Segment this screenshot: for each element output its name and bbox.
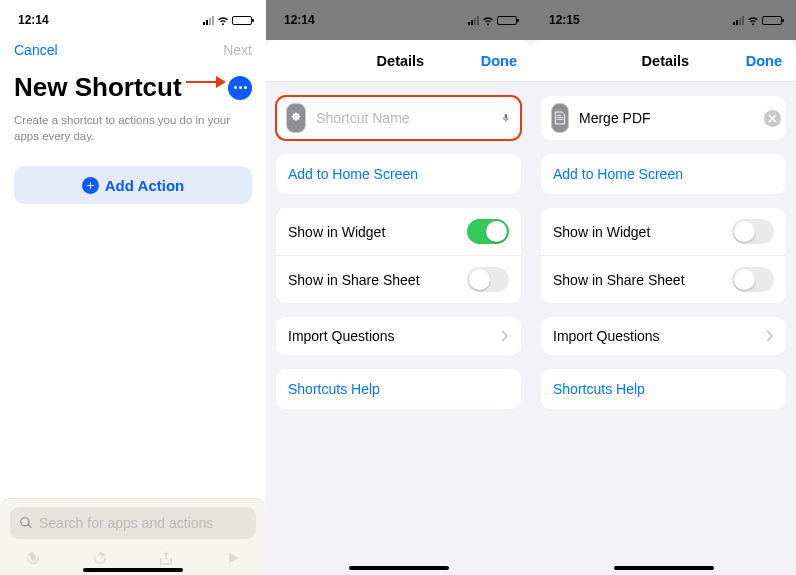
screen-new-shortcut: 12:14 Cancel Next New Shortcut Create a …	[0, 0, 266, 575]
shortcut-glyph-icon[interactable]	[286, 103, 306, 133]
bottom-sheet	[0, 498, 266, 575]
wifi-icon	[747, 14, 759, 26]
nav-bar: Cancel Next	[0, 32, 266, 62]
show-in-widget-row: Show in Widget	[276, 208, 521, 255]
more-button[interactable]	[228, 76, 252, 100]
shortcuts-help-button[interactable]: Shortcuts Help	[276, 369, 521, 409]
shortcut-name-card	[276, 96, 521, 140]
cancel-button[interactable]: Cancel	[14, 42, 58, 58]
search-icon	[19, 516, 33, 530]
search-field[interactable]	[39, 515, 247, 531]
sheet-nav: Details Done	[531, 40, 796, 82]
cellular-icon	[733, 16, 744, 25]
show-in-share-toggle[interactable]	[467, 267, 509, 292]
chevron-right-icon	[501, 330, 509, 342]
clear-name-button[interactable]	[764, 110, 781, 127]
sheet-nav: Details Done	[266, 40, 531, 82]
redo-icon[interactable]	[91, 549, 109, 567]
shortcut-name-input[interactable]	[579, 110, 754, 126]
shortcut-name-input[interactable]	[316, 110, 491, 126]
cellular-icon	[468, 16, 479, 25]
show-in-share-row: Show in Share Sheet	[541, 255, 786, 303]
import-questions-label: Import Questions	[553, 328, 660, 344]
status-bar: 12:15	[531, 0, 796, 32]
show-in-widget-toggle[interactable]	[467, 219, 509, 244]
status-bar: 12:14	[0, 0, 266, 32]
add-to-home-button[interactable]: Add to Home Screen	[276, 154, 521, 194]
sheet-title: Details	[377, 53, 425, 69]
share-icon[interactable]	[157, 549, 175, 567]
annotation-arrow	[186, 72, 226, 92]
show-in-share-toggle[interactable]	[732, 267, 774, 292]
shortcut-name-card	[541, 96, 786, 140]
close-icon	[768, 114, 777, 123]
done-button[interactable]: Done	[746, 53, 782, 69]
show-in-widget-toggle[interactable]	[732, 219, 774, 244]
screen-details-blank: 12:14 Details Done Add to Home Screen Sh…	[266, 0, 531, 575]
status-time: 12:15	[549, 13, 580, 27]
import-questions-label: Import Questions	[288, 328, 395, 344]
show-in-share-row: Show in Share Sheet	[276, 255, 521, 303]
status-bar: 12:14	[266, 0, 531, 32]
battery-icon	[497, 16, 517, 25]
import-questions-button[interactable]: Import Questions	[541, 317, 786, 355]
show-in-widget-label: Show in Widget	[288, 224, 385, 240]
wifi-icon	[482, 14, 494, 26]
import-questions-button[interactable]: Import Questions	[276, 317, 521, 355]
chevron-right-icon	[766, 330, 774, 342]
status-time: 12:14	[284, 13, 315, 27]
cellular-icon	[203, 16, 214, 25]
add-to-home-button[interactable]: Add to Home Screen	[541, 154, 786, 194]
screen-details-filled: 12:15 Details Done Add to Home Screen	[531, 0, 796, 575]
wifi-icon	[217, 14, 229, 26]
show-in-share-label: Show in Share Sheet	[553, 272, 685, 288]
show-in-widget-label: Show in Widget	[553, 224, 650, 240]
home-indicator[interactable]	[349, 566, 449, 570]
page-subtitle: Create a shortcut to actions you do in y…	[0, 109, 266, 144]
page-title: New Shortcut	[14, 72, 182, 103]
shortcuts-help-button[interactable]: Shortcuts Help	[541, 369, 786, 409]
home-indicator[interactable]	[83, 568, 183, 572]
search-input[interactable]	[10, 507, 256, 539]
add-action-button[interactable]: Add Action	[14, 166, 252, 204]
battery-icon	[232, 16, 252, 25]
home-indicator[interactable]	[614, 566, 714, 570]
add-action-label: Add Action	[105, 177, 184, 194]
next-button[interactable]: Next	[223, 42, 252, 58]
show-in-share-label: Show in Share Sheet	[288, 272, 420, 288]
sheet-title: Details	[642, 53, 690, 69]
shortcut-glyph-icon[interactable]	[551, 103, 569, 133]
show-in-widget-row: Show in Widget	[541, 208, 786, 255]
battery-icon	[762, 16, 782, 25]
plus-icon	[82, 177, 99, 194]
play-icon[interactable]	[224, 549, 242, 567]
done-button[interactable]: Done	[481, 53, 517, 69]
undo-icon[interactable]	[24, 549, 42, 567]
status-time: 12:14	[18, 13, 49, 27]
dictate-icon[interactable]	[501, 109, 511, 127]
